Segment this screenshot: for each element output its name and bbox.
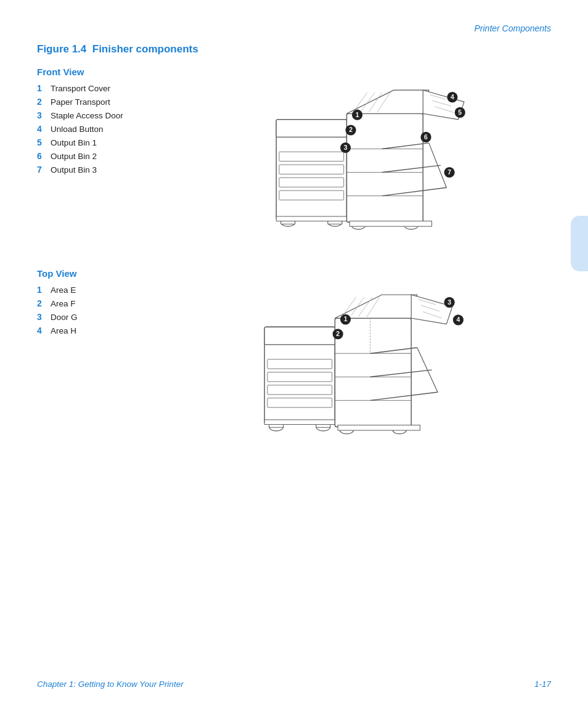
label-5-text: 5 <box>458 109 462 116</box>
label-t3-text: 3 <box>447 299 451 306</box>
svg-rect-30 <box>264 327 335 345</box>
list-item: 3Door G <box>37 312 142 322</box>
svg-rect-5 <box>279 191 344 200</box>
list-item: 3Staple Access Door <box>37 110 142 120</box>
figure-title: Figure 1.4 Finisher components <box>37 43 551 55</box>
svg-rect-39 <box>264 420 346 425</box>
top-view-svg: 1 2 3 4 <box>229 285 476 451</box>
figure-label: Figure 1.4 <box>37 43 86 55</box>
list-item: 1Transport Cover <box>37 83 142 93</box>
svg-rect-34 <box>267 398 332 408</box>
list-item: 7Output Bin 3 <box>37 165 142 174</box>
footer-page: 1-17 <box>534 679 551 689</box>
label-4-text: 4 <box>451 94 454 101</box>
top-view-row: 1Area E 2Area F 3Door G 4Area H <box>37 285 551 451</box>
list-item: 1Area E <box>37 285 142 295</box>
label-t4-text: 4 <box>457 316 460 323</box>
front-view-row: 1Transport Cover 2Paper Transport 3Stapl… <box>37 83 551 250</box>
label-t2-text: 2 <box>336 330 340 337</box>
list-item: 4Unload Button <box>37 124 142 134</box>
svg-rect-33 <box>267 385 332 395</box>
list-item: 5Output Bin 1 <box>37 138 142 147</box>
svg-rect-1 <box>276 120 346 138</box>
footer-chapter: Chapter 1: Getting to Know Your Printer <box>37 679 184 689</box>
list-item: 2Area F <box>37 298 142 308</box>
top-view-block: Top View 1Area E 2Area F 3Door G 4Area H <box>37 268 551 451</box>
top-view-list: 1Area E 2Area F 3Door G 4Area H <box>37 285 142 339</box>
top-view-title: Top View <box>37 268 551 279</box>
svg-rect-2 <box>279 152 344 161</box>
label-2-text: 2 <box>349 126 353 133</box>
header-title: Printer Components <box>474 23 551 33</box>
svg-rect-3 <box>279 165 344 174</box>
front-view-title: Front View <box>37 67 551 77</box>
list-item: 4Area H <box>37 326 142 335</box>
svg-line-47 <box>417 348 438 392</box>
svg-rect-58 <box>338 425 420 430</box>
label-7-text: 7 <box>447 169 451 176</box>
label-t1-text: 1 <box>344 316 348 322</box>
figure-heading: Finisher components <box>92 43 198 55</box>
page-container: Printer Components Figure 1.4 Finisher c… <box>0 0 588 706</box>
label-3-text: 3 <box>344 144 348 151</box>
list-item: 6Output Bin 2 <box>37 151 142 161</box>
svg-rect-31 <box>267 359 332 369</box>
svg-rect-10 <box>276 216 358 221</box>
svg-line-18 <box>429 143 447 187</box>
svg-rect-28 <box>349 221 431 227</box>
side-tab-decoration <box>571 216 588 271</box>
label-1-text: 1 <box>356 112 359 118</box>
top-view-diagram: 1 2 3 4 <box>154 285 551 451</box>
svg-rect-32 <box>267 372 332 382</box>
front-view-svg: 1 2 3 4 5 6 <box>229 83 476 250</box>
label-6-text: 6 <box>424 134 428 141</box>
front-view-diagram: 1 2 3 4 5 6 <box>154 83 551 250</box>
svg-rect-40 <box>335 318 411 427</box>
svg-rect-4 <box>279 178 344 187</box>
svg-rect-11 <box>346 113 423 222</box>
front-view-list: 1Transport Cover 2Paper Transport 3Stapl… <box>37 83 142 178</box>
front-view-block: Front View 1Transport Cover 2Paper Trans… <box>37 67 551 250</box>
list-item: 2Paper Transport <box>37 97 142 107</box>
